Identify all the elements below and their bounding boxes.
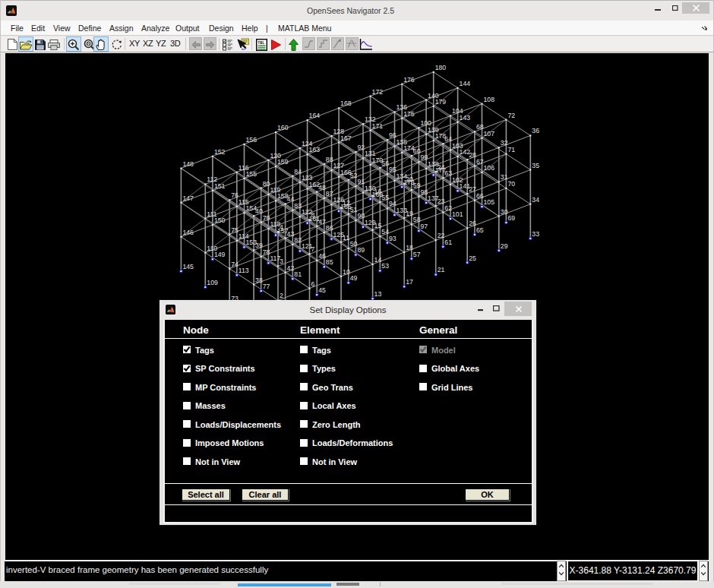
svg-text:149: 149 <box>214 251 226 258</box>
svg-text:170: 170 <box>372 156 384 164</box>
svg-text:177: 177 <box>435 166 447 174</box>
svg-text:67: 67 <box>476 158 484 166</box>
svg-text:146: 146 <box>182 229 194 236</box>
svg-text:167: 167 <box>340 134 352 142</box>
svg-text:35: 35 <box>532 162 539 169</box>
svg-text:6: 6 <box>311 280 315 288</box>
svg-text:94: 94 <box>389 200 396 207</box>
svg-text:54: 54 <box>381 228 389 236</box>
svg-text:175: 175 <box>403 110 415 118</box>
svg-text:156: 156 <box>246 136 257 144</box>
svg-text:173: 173 <box>403 179 415 186</box>
svg-text:42: 42 <box>287 264 295 272</box>
svg-text:74: 74 <box>231 261 239 268</box>
svg-text:99: 99 <box>420 153 428 161</box>
svg-text:75: 75 <box>231 226 239 234</box>
svg-text:21: 21 <box>438 266 445 273</box>
svg-text:84: 84 <box>294 168 302 175</box>
svg-text:85: 85 <box>326 258 333 266</box>
svg-text:97: 97 <box>420 223 428 230</box>
svg-text:71: 71 <box>507 146 515 153</box>
svg-text:113: 113 <box>239 267 249 274</box>
svg-text:77: 77 <box>263 283 270 290</box>
svg-text:151: 151 <box>214 182 226 190</box>
svg-text:155: 155 <box>246 170 257 178</box>
svg-text:166: 166 <box>340 169 352 176</box>
svg-text:179: 179 <box>435 98 447 106</box>
svg-text:70: 70 <box>507 180 515 188</box>
svg-text:2: 2 <box>280 292 283 299</box>
svg-text:158: 158 <box>277 192 289 200</box>
svg-text:144: 144 <box>460 80 471 87</box>
svg-text:91: 91 <box>357 178 365 185</box>
svg-text:137: 137 <box>428 194 439 202</box>
svg-text:178: 178 <box>435 132 447 140</box>
svg-text:65: 65 <box>476 226 484 234</box>
svg-text:141: 141 <box>460 182 471 190</box>
svg-text:62: 62 <box>444 204 452 212</box>
svg-text:76: 76 <box>231 191 239 199</box>
svg-text:50: 50 <box>350 240 358 248</box>
svg-text:38: 38 <box>255 277 263 284</box>
svg-text:133: 133 <box>396 207 408 214</box>
svg-text:29: 29 <box>501 242 508 250</box>
svg-text:172: 172 <box>372 88 384 96</box>
svg-text:14: 14 <box>374 256 382 264</box>
svg-text:79: 79 <box>263 214 270 222</box>
svg-text:121: 121 <box>302 242 313 250</box>
svg-text:66: 66 <box>476 192 484 200</box>
svg-text:90: 90 <box>357 212 365 220</box>
svg-text:72: 72 <box>507 112 515 119</box>
svg-text:81: 81 <box>294 270 302 278</box>
svg-text:169: 169 <box>372 191 384 198</box>
svg-text:165: 165 <box>340 203 352 210</box>
svg-text:159: 159 <box>277 158 289 166</box>
svg-text:98: 98 <box>420 188 428 196</box>
svg-text:46: 46 <box>318 252 326 260</box>
svg-text:108: 108 <box>484 96 495 103</box>
svg-text:69: 69 <box>507 214 515 222</box>
svg-text:109: 109 <box>207 279 218 286</box>
svg-text:10: 10 <box>343 268 350 276</box>
svg-text:153: 153 <box>246 239 257 246</box>
svg-text:95: 95 <box>389 166 396 173</box>
svg-text:32: 32 <box>501 139 508 147</box>
svg-text:R: R <box>87 41 91 46</box>
svg-text:53: 53 <box>381 262 389 270</box>
svg-text:13: 13 <box>374 290 382 298</box>
svg-text:18: 18 <box>406 244 413 251</box>
svg-text:92: 92 <box>357 144 365 151</box>
svg-text:147: 147 <box>182 194 194 202</box>
svg-text:68: 68 <box>476 123 484 131</box>
svg-text:160: 160 <box>277 124 289 131</box>
svg-text:25: 25 <box>469 254 476 262</box>
svg-text:105: 105 <box>484 198 495 206</box>
svg-text:88: 88 <box>326 156 333 163</box>
svg-text:61: 61 <box>444 239 452 246</box>
svg-text:17: 17 <box>406 278 413 286</box>
svg-text:162: 162 <box>309 181 321 188</box>
svg-text:82: 82 <box>294 236 302 244</box>
svg-text:152: 152 <box>214 148 226 156</box>
svg-text:22: 22 <box>438 232 445 239</box>
svg-text:26: 26 <box>469 220 476 227</box>
svg-text:57: 57 <box>413 251 421 258</box>
svg-text:45: 45 <box>318 286 326 294</box>
svg-text:163: 163 <box>309 146 321 153</box>
svg-text:180: 180 <box>435 64 447 71</box>
svg-text:101: 101 <box>452 210 463 218</box>
svg-text:78: 78 <box>263 248 270 256</box>
svg-text:150: 150 <box>214 217 226 224</box>
svg-text:58: 58 <box>413 216 421 223</box>
svg-text:86: 86 <box>326 224 333 232</box>
svg-text:176: 176 <box>403 76 415 84</box>
svg-text:157: 157 <box>277 227 289 235</box>
svg-text:TBL: TBL <box>257 41 264 46</box>
svg-text:125: 125 <box>333 231 345 239</box>
svg-text:36: 36 <box>532 127 539 134</box>
svg-text:87: 87 <box>326 190 333 198</box>
svg-text:164: 164 <box>309 112 321 119</box>
svg-text:31: 31 <box>501 173 508 181</box>
svg-text:145: 145 <box>182 263 194 270</box>
svg-text:30: 30 <box>501 208 508 216</box>
